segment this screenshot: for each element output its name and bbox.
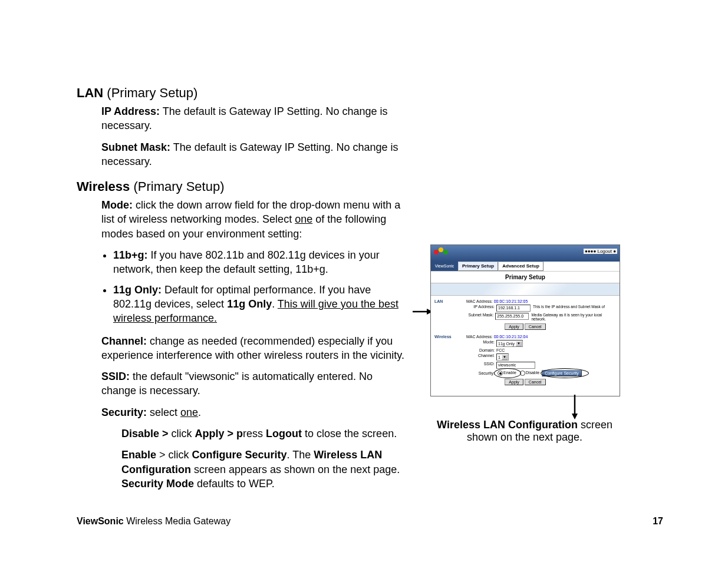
ss-w-cancel-button[interactable]: Cancel [525,379,546,385]
ss-lan-cancel-button[interactable]: Cancel [525,323,546,330]
ss-topbar: ●●●● Logout ● [431,245,620,262]
router-screenshot: ●●●● Logout ● ViewSonic Primary Setup Ad… [430,244,620,396]
ss-wireless-label: Wireless [434,335,466,339]
ss-security-label: Security: [466,371,496,375]
ss-enable-radio[interactable] [498,371,503,376]
footer-product: Wireless Media Gateway [124,516,230,526]
ss-page-title: Primary Setup [431,272,620,283]
arrow-down-icon [571,395,579,419]
screenshot-caption: Wireless LAN Configuration screen shown … [430,419,619,444]
ss-sm-hint: Media Gateway as it is seen by your loca… [531,313,616,321]
wireless-heading-bold: Wireless [77,179,130,194]
ss-ssid-label: SSID: [466,362,496,369]
chevron-down-icon: ▼ [502,355,508,360]
ss-logo: ViewSonic [431,262,458,271]
ss-domain-value: FCC [496,348,505,352]
disable-para: Disable > click Apply > press Logout to … [121,427,407,441]
ss-sm-input[interactable]: 255.255.255.0 [495,313,529,320]
enable-para: Enable > click Configure Security. The W… [121,448,407,491]
security-para: Security: select one. [101,405,407,419]
mode-para: Mode: click the down arrow field for the… [101,198,407,241]
ss-w-mac-label: MAC Address: [466,335,493,339]
ss-logout-link[interactable]: ●●●● Logout ● [584,249,617,254]
lan-ip-para: IP Address: The default is Gateway IP Se… [101,104,407,133]
wireless-heading-rest: (Primary Setup) [130,179,224,194]
lan-heading-rest: (Primary Setup) [103,85,197,100]
tab-advanced-setup[interactable]: Advanced Setup [498,262,543,271]
lan-heading-bold: LAN [77,85,103,100]
ss-configure-security-button[interactable]: Configure Security [542,370,582,376]
document-body: LAN (Primary Setup) IP Address: The defa… [77,85,407,501]
page-footer: ViewSonic Wireless Media Gateway 17 [77,516,663,527]
ss-ssid-input[interactable]: viewsonic [496,362,535,369]
ss-ip-hint: This is the IP address and Subnet Mask o… [533,305,605,312]
ss-mode-label: Mode: [466,340,496,347]
ss-mode-dropdown[interactable]: 11g Only ▼ [496,340,523,347]
svg-point-2 [434,250,439,254]
tab-primary-setup[interactable]: Primary Setup [458,262,498,271]
chevron-down-icon: ▼ [516,341,522,346]
ss-lan-mac-value: 00:0C:10:21:32:05 [494,299,528,303]
ss-sm-label: Subnet Mask: [466,313,495,321]
lan-heading: LAN (Primary Setup) [77,85,407,101]
bullet-11bg: 11b+g: If you have 802.11b and 802.11g d… [113,248,407,277]
ss-w-apply-button[interactable]: Apply [505,379,523,385]
ssid-para: SSID: the default "viewsonic" is automat… [101,369,407,398]
ss-channel-dropdown[interactable]: 1 ▼ [496,353,509,361]
arrow-lan-icon [413,308,433,316]
ss-ip-input[interactable]: 192.168.1.1 [496,305,531,312]
ss-banner-graphic [431,283,620,296]
ss-lan-mac-label: MAC Address: [466,299,493,303]
channel-para: Channel: change as needed (recommended) … [101,334,407,363]
ss-domain-label: Domain: [466,348,496,352]
wireless-heading: Wireless (Primary Setup) [77,179,407,194]
ss-lan-apply-button[interactable]: Apply [505,323,523,330]
bullet-11g: 11g Only: Default for optimal performanc… [113,283,407,326]
ss-channel-label: Channel: [466,353,496,361]
page-number: 17 [653,516,663,527]
ss-enable-label: Enable [503,371,516,375]
footer-brand: ViewSonic [77,516,124,526]
ss-disable-radio[interactable] [520,371,525,376]
ss-disable-label: Disable [526,371,539,375]
svg-point-4 [443,250,448,254]
ss-ip-label: IP Address: [466,305,496,312]
ss-lan-label: LAN [434,299,466,303]
viewsonic-birds-icon [432,245,450,262]
lan-sm-para: Subnet Mask: The default is Gateway IP S… [101,140,407,169]
ss-w-mac-value: 00:0C:10:21:32:04 [494,335,528,339]
svg-point-3 [439,247,443,252]
